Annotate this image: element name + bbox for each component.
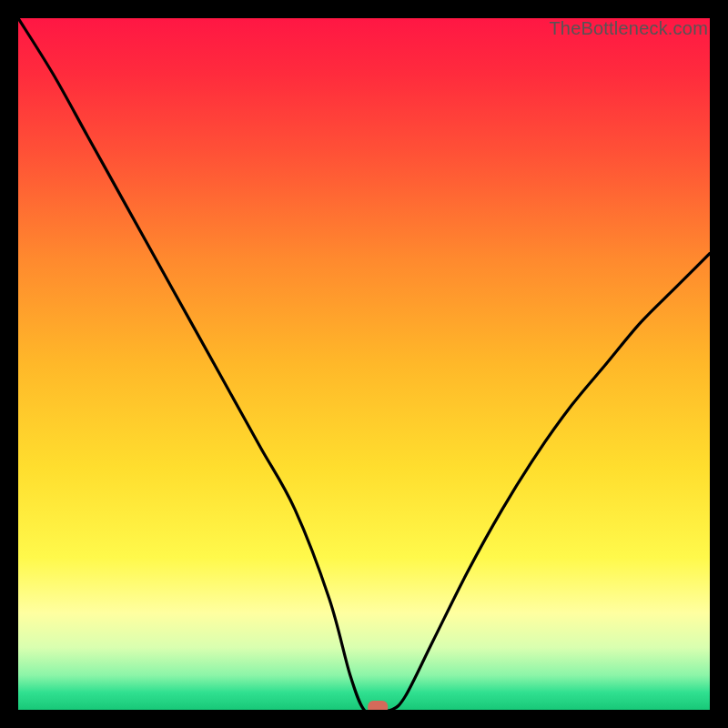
optimal-marker xyxy=(368,701,388,710)
watermark-text: TheBottleneck.com xyxy=(549,18,708,39)
bottleneck-chart xyxy=(18,18,710,710)
chart-frame: TheBottleneck.com xyxy=(18,18,710,710)
